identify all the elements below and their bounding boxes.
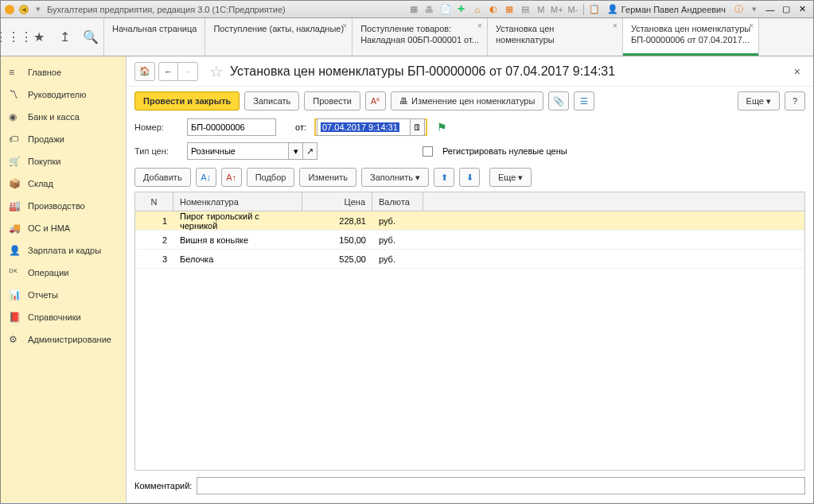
sort-asc-button[interactable]: A↓ (196, 168, 216, 187)
sidebar-item-payroll[interactable]: 👤Зарплата и кадры (1, 239, 126, 262)
window-minimize-icon[interactable]: — (763, 3, 777, 16)
sidebar-item-assets[interactable]: 🚚ОС и НМА (1, 217, 126, 239)
home-tool-icon[interactable]: ⌂ (470, 3, 485, 16)
chevron-down-icon: ▾ (415, 173, 420, 183)
post-button[interactable]: Провести (304, 91, 360, 110)
favorite-add-icon[interactable]: ✚ (454, 3, 469, 16)
tab-label: Установка цен номенклатуры (631, 23, 750, 34)
price-type-row: Тип цен: Розничные ▾ ↗ Регистрировать ну… (127, 139, 813, 163)
sidebar-item-sales[interactable]: 🏷Продажи (1, 128, 126, 150)
select-dropdown-button[interactable]: ▾ (289, 142, 303, 160)
sidebar-item-label: Руководителю (28, 90, 86, 99)
nav-back-icon[interactable]: ◄ (18, 4, 29, 15)
favorite-star-icon[interactable]: ☆ (209, 62, 224, 81)
price-change-report-button[interactable]: 🖶Изменение цен номенклатуры (391, 91, 543, 110)
nav-back-button[interactable]: ← (159, 63, 178, 80)
more-button[interactable]: Еще ▾ (738, 91, 780, 110)
info-dropdown-icon[interactable]: ▾ (747, 3, 761, 16)
chevron-down-icon: ▾ (518, 173, 523, 183)
fill-button[interactable]: Заполнить ▾ (361, 168, 429, 187)
dt-kt-button[interactable]: Аᴷ (365, 91, 386, 110)
post-and-close-button[interactable]: Провести и закрыть (134, 91, 240, 110)
search-icon[interactable]: 🔍 (82, 29, 99, 46)
edit-button[interactable]: Изменить (299, 168, 356, 187)
tab-price-list[interactable]: × Установка цен номенклатуры (488, 18, 623, 56)
window-restore-icon[interactable]: ▢ (779, 3, 793, 16)
apps-icon[interactable]: ⋮⋮⋮ (5, 29, 22, 46)
tab-receipts[interactable]: × Поступление (акты, накладные) (205, 18, 352, 56)
table-row[interactable]: 1 Пирог тирольский с черникой 228,81 руб… (135, 211, 804, 231)
sidebar-item-purchases[interactable]: 🛒Покупки (1, 150, 126, 173)
price-type-select[interactable]: Розничные ▾ ↗ (187, 142, 317, 160)
posted-flag-icon[interactable]: ⚑ (437, 121, 447, 134)
history-icon[interactable]: ↥ (56, 29, 74, 46)
add-row-button[interactable]: Добавить (134, 168, 191, 187)
table-more-button[interactable]: Еще ▾ (489, 168, 532, 187)
calc-icon[interactable]: ▦ (502, 3, 516, 16)
table-row[interactable]: 2 Вишня в коньяке 150,00 руб. (135, 231, 804, 250)
sidebar-item-admin[interactable]: ⚙Администрирование (1, 328, 126, 351)
tab-price-doc[interactable]: × Установка цен номенклатуры БП-00000006… (623, 18, 759, 56)
menu-icon: ≡ (9, 67, 21, 78)
move-up-button[interactable]: ⬆ (434, 168, 454, 187)
print-icon[interactable]: 🖶 (423, 3, 437, 16)
info-icon[interactable]: ⓘ (731, 3, 746, 16)
section-sidebar: ≡Главное 〽Руководителю ◉Банк и касса 🏷Пр… (1, 56, 127, 502)
calendar-icon[interactable]: ▤ (518, 3, 532, 16)
select-open-button[interactable]: ↗ (303, 142, 317, 160)
clock-icon[interactable]: ◐ (486, 3, 500, 16)
window-title: Бухгалтерия предприятия, редакция 3.0 (1… (47, 5, 286, 14)
calendar-picker-button[interactable]: 🗓 (411, 118, 425, 136)
tool-icon-1[interactable]: ▦ (407, 3, 421, 16)
tab-close-icon[interactable]: × (613, 21, 617, 30)
tab-sublabel: Накладная 00БП-000001 от... (360, 34, 479, 45)
col-header-price[interactable]: Цена (302, 192, 372, 211)
dropdown-icon[interactable]: ▾ (33, 4, 44, 15)
write-button[interactable]: Записать (244, 91, 299, 110)
table-toolbar: Добавить A↓ A↑ Подбор Изменить Заполнить… (127, 163, 813, 192)
sidebar-item-bank[interactable]: ◉Банк и касса (1, 106, 126, 128)
m-minus-button[interactable]: M- (566, 3, 580, 16)
tab-close-icon[interactable]: × (342, 21, 347, 30)
number-input[interactable]: БП-00000006 (187, 118, 276, 136)
star-icon[interactable]: ★ (30, 29, 48, 46)
sidebar-item-manager[interactable]: 〽Руководителю (1, 83, 126, 106)
col-header-n[interactable]: N (135, 192, 173, 211)
tab-receipt-doc[interactable]: × Поступление товаров: Накладная 00БП-00… (352, 18, 488, 56)
nav-forward-button[interactable]: → (178, 63, 197, 80)
m-button[interactable]: M (534, 3, 548, 16)
table-row[interactable]: 3 Белочка 525,00 руб. (135, 250, 804, 269)
sidebar-item-catalogs[interactable]: 📕Справочники (1, 306, 126, 328)
pick-button[interactable]: Подбор (247, 168, 295, 187)
comment-input[interactable] (197, 477, 805, 494)
m-plus-button[interactable]: M+ (550, 3, 564, 16)
sort-desc-button[interactable]: A↑ (221, 168, 242, 187)
tab-close-icon[interactable]: × (477, 21, 482, 30)
col-header-name[interactable]: Номенклатура (173, 192, 302, 211)
list-button[interactable]: ☰ (574, 91, 594, 110)
gear-icon: ⚙ (9, 334, 21, 345)
home-button[interactable]: 🏠 (134, 62, 155, 81)
sidebar-item-main[interactable]: ≡Главное (1, 61, 126, 83)
attach-button[interactable]: 📎 (548, 91, 569, 110)
tab-close-icon[interactable]: × (749, 21, 754, 30)
register-zero-checkbox[interactable] (423, 146, 433, 157)
current-user[interactable]: 👤 Герман Павел Андреевич (607, 4, 726, 14)
printer-icon: 🖶 (399, 96, 408, 106)
sidebar-item-operations[interactable]: ᴰᴷОперации (1, 262, 126, 284)
tool-icon-3[interactable]: 📄 (438, 3, 453, 16)
help-button[interactable]: ? (785, 91, 805, 110)
nav-icon-group: ⋮⋮⋮ ★ ↥ 🔍 (1, 18, 104, 56)
sidebar-item-production[interactable]: 🏭Производство (1, 195, 126, 217)
document-close-button[interactable]: × (789, 65, 805, 78)
input-value: 07.04.2017 9:14:31 (321, 122, 399, 132)
document-area: 🏠 ← → ☆ Установка цен номенклатуры БП-00… (127, 56, 813, 502)
sidebar-item-reports[interactable]: 📊Отчеты (1, 284, 126, 306)
tab-home[interactable]: Начальная страница (104, 18, 205, 56)
user-list-icon[interactable]: 📋 (587, 3, 602, 16)
date-input[interactable]: 07.04.2017 9:14:31 (317, 118, 411, 136)
move-down-button[interactable]: ⬇ (459, 168, 480, 187)
window-close-icon[interactable]: ✕ (795, 3, 809, 16)
sidebar-item-warehouse[interactable]: 📦Склад (1, 173, 126, 195)
col-header-currency[interactable]: Валюта (372, 192, 423, 211)
